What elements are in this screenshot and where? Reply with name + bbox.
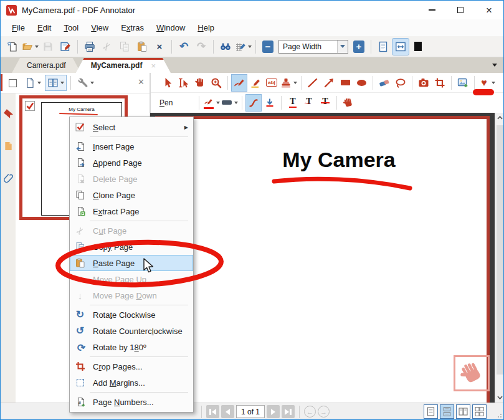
pen-tool-button[interactable] (232, 75, 247, 91)
last-page-button[interactable] (282, 405, 295, 418)
next-page-button[interactable] (267, 405, 280, 418)
menu-item-select[interactable]: Select▶ (70, 119, 193, 135)
delete-button[interactable]: × (151, 39, 168, 55)
marker-tool-button[interactable] (248, 75, 263, 91)
paste-button[interactable] (134, 39, 150, 55)
menu-tool[interactable]: Tool (57, 21, 85, 35)
page-number-field[interactable]: 1 of 1 (236, 405, 265, 418)
pen-width-button[interactable] (221, 95, 238, 111)
select-pages-button[interactable] (5, 75, 20, 90)
menu-item-append-page[interactable]: Append Page (70, 155, 193, 171)
layout-facing-button[interactable] (456, 404, 470, 419)
hand-stamp[interactable] (454, 355, 490, 391)
ellipse-tool-button[interactable] (354, 75, 369, 91)
panel-tab-attachments[interactable] (1, 166, 16, 191)
scroll-down-button[interactable] (495, 393, 504, 403)
pdf-page[interactable]: My Camera (155, 116, 490, 403)
snapshot-tool-button[interactable] (416, 75, 431, 91)
save-as-button[interactable] (57, 39, 74, 55)
insert-image-tool-button[interactable] (455, 75, 470, 91)
maximize-icon (457, 7, 464, 13)
scroll-up-button[interactable] (495, 113, 504, 123)
maximize-button[interactable] (446, 1, 475, 19)
menu-edit[interactable]: Edit (31, 21, 57, 35)
favorites-button[interactable]: ♥ (478, 75, 495, 91)
new-document-button[interactable] (4, 39, 21, 55)
tab-close-icon[interactable]: × (151, 61, 156, 70)
find-button[interactable] (217, 39, 234, 55)
combo-dropdown-button[interactable] (337, 41, 348, 53)
zoom-in-button[interactable]: + (351, 39, 367, 55)
undo-button[interactable]: ↶ (176, 39, 192, 55)
panel-tools-button[interactable] (75, 75, 96, 90)
scrollbar-thumb[interactable] (497, 125, 503, 375)
menu-help[interactable]: Help (191, 21, 221, 35)
text-select-tool-button[interactable] (176, 75, 191, 91)
pen-style-button[interactable] (203, 95, 220, 111)
layout-continuous-button[interactable] (440, 404, 454, 419)
stamp-tool-button[interactable] (280, 75, 297, 91)
menu-item-copy-page[interactable]: Copy Page (70, 239, 193, 255)
zoom-tool-button[interactable] (209, 75, 224, 91)
panel-tab-bookmarks[interactable] (1, 101, 16, 126)
vertical-scrollbar[interactable] (495, 113, 504, 403)
menu-item-insert-page[interactable]: Insert Page (70, 138, 193, 155)
auto-strikeout-button[interactable]: T (318, 95, 333, 111)
menu-item-crop-pages[interactable]: Crop Pages... (70, 358, 193, 375)
resize-grip[interactable] (495, 411, 502, 418)
line-tool-button[interactable] (305, 75, 320, 91)
page-options-button[interactable] (22, 75, 43, 90)
open-file-button[interactable] (22, 39, 39, 55)
view-full-page-button[interactable] (375, 39, 391, 55)
close-button[interactable]: × (475, 1, 503, 19)
menu-item-rotate-by-180[interactable]: ↻Rotate by 180º (70, 339, 193, 355)
smooth-ink-button[interactable] (246, 95, 261, 111)
previous-page-button[interactable] (221, 405, 234, 418)
panel-tab-pages[interactable] (1, 133, 16, 158)
auto-squiggle-button[interactable]: T (302, 95, 316, 111)
tab-list-dropdown[interactable] (490, 60, 500, 70)
arrow-tool-button[interactable] (321, 75, 336, 91)
sidebar-close-button[interactable]: ✕ (138, 77, 145, 87)
text-box-tool-button[interactable]: ab| (264, 75, 279, 91)
paste-icon (136, 41, 148, 52)
touch-input-button[interactable] (341, 95, 356, 111)
page-checkbox[interactable] (25, 101, 35, 111)
crop-tool-button[interactable] (432, 75, 447, 91)
rectangle-tool-button[interactable] (338, 75, 353, 91)
paste-page-icon (75, 258, 85, 269)
menu-file[interactable]: File (6, 21, 31, 35)
pan-tool-button[interactable] (193, 75, 207, 91)
snap-to-line-button[interactable] (262, 95, 277, 111)
menu-item-add-margins[interactable]: Add Margins... (70, 375, 193, 391)
lasso-tool-button[interactable] (393, 75, 408, 91)
minimize-button[interactable] (417, 1, 446, 19)
zoom-out-button[interactable]: − (260, 39, 276, 55)
menu-item-extract-page[interactable]: Extract Page (70, 203, 193, 219)
menu-item-page-numbers[interactable]: #Page Numbers... (70, 394, 193, 410)
view-page-width-button[interactable] (392, 39, 409, 55)
print-button[interactable] (82, 39, 98, 55)
select-tool-button[interactable] (160, 75, 175, 91)
menu-view[interactable]: View (85, 21, 115, 35)
goto-page-button[interactable] (235, 39, 252, 55)
view-fullscreen-button[interactable] (410, 39, 426, 55)
tab-mycamera-pdf[interactable]: MyCamera.pdf× (76, 58, 171, 73)
first-page-button[interactable] (206, 405, 219, 418)
menu-item-rotate-counterclockwise[interactable]: ↺Rotate Counterclockwise (70, 323, 193, 339)
auto-underline-button[interactable]: T (285, 95, 300, 111)
thumbnail-view-button[interactable] (45, 75, 66, 90)
history-forward-button[interactable]: → (318, 406, 330, 418)
eraser-tool-button[interactable] (377, 75, 392, 91)
menu-item-clone-page[interactable]: Clone Page (70, 187, 193, 203)
zoom-level-select[interactable]: Page Width (278, 40, 348, 54)
layout-single-page-button[interactable] (424, 404, 438, 419)
menu-window[interactable]: Window (150, 21, 191, 35)
toolbar-overflow-indicator[interactable] (473, 89, 494, 95)
menu-item-rotate-clockwise[interactable]: ↻Rotate Clockwise (70, 307, 193, 323)
tab-camera-pdf[interactable]: Camera.pdf (12, 58, 81, 73)
history-back-button[interactable]: ← (304, 406, 316, 418)
layout-facing-continuous-button[interactable] (472, 404, 487, 419)
menu-extras[interactable]: Extras (115, 21, 150, 35)
menu-item-paste-page[interactable]: Paste Page (70, 255, 193, 271)
